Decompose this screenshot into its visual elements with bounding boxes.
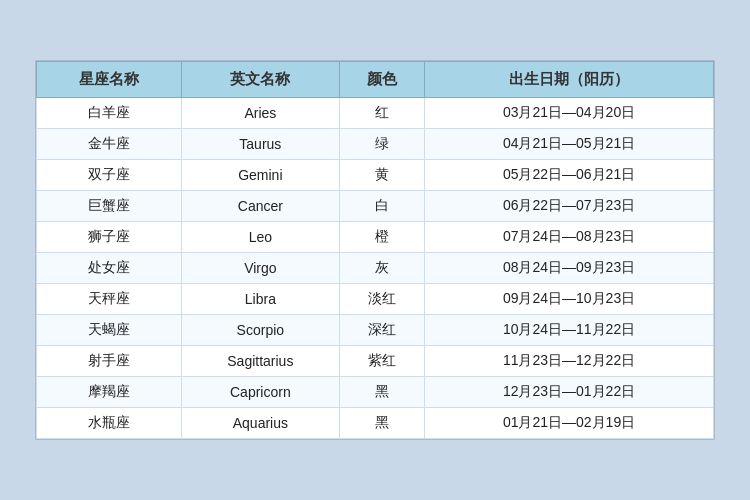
cell-color: 白: [339, 191, 425, 222]
cell-color: 黑: [339, 408, 425, 439]
cell-chinese-name: 水瓶座: [37, 408, 182, 439]
cell-dates: 07月24日—08月23日: [425, 222, 714, 253]
cell-dates: 09月24日—10月23日: [425, 284, 714, 315]
cell-chinese-name: 处女座: [37, 253, 182, 284]
cell-dates: 12月23日—01月22日: [425, 377, 714, 408]
cell-dates: 04月21日—05月21日: [425, 129, 714, 160]
cell-english-name: Taurus: [182, 129, 339, 160]
cell-dates: 08月24日—09月23日: [425, 253, 714, 284]
cell-color: 紫红: [339, 346, 425, 377]
cell-dates: 03月21日—04月20日: [425, 98, 714, 129]
table-row: 白羊座Aries红03月21日—04月20日: [37, 98, 714, 129]
cell-color: 黄: [339, 160, 425, 191]
cell-color: 橙: [339, 222, 425, 253]
table-header-row: 星座名称 英文名称 颜色 出生日期（阳历）: [37, 62, 714, 98]
header-chinese-name: 星座名称: [37, 62, 182, 98]
cell-english-name: Virgo: [182, 253, 339, 284]
table-row: 双子座Gemini黄05月22日—06月21日: [37, 160, 714, 191]
table-row: 射手座Sagittarius紫红11月23日—12月22日: [37, 346, 714, 377]
cell-chinese-name: 天蝎座: [37, 315, 182, 346]
cell-english-name: Libra: [182, 284, 339, 315]
cell-dates: 05月22日—06月21日: [425, 160, 714, 191]
header-color: 颜色: [339, 62, 425, 98]
cell-chinese-name: 摩羯座: [37, 377, 182, 408]
cell-english-name: Capricorn: [182, 377, 339, 408]
table-row: 天秤座Libra淡红09月24日—10月23日: [37, 284, 714, 315]
cell-chinese-name: 巨蟹座: [37, 191, 182, 222]
header-english-name: 英文名称: [182, 62, 339, 98]
zodiac-table: 星座名称 英文名称 颜色 出生日期（阳历） 白羊座Aries红03月21日—04…: [36, 61, 714, 439]
table-row: 狮子座Leo橙07月24日—08月23日: [37, 222, 714, 253]
table-body: 白羊座Aries红03月21日—04月20日金牛座Taurus绿04月21日—0…: [37, 98, 714, 439]
cell-chinese-name: 射手座: [37, 346, 182, 377]
zodiac-table-container: 星座名称 英文名称 颜色 出生日期（阳历） 白羊座Aries红03月21日—04…: [35, 60, 715, 440]
cell-english-name: Cancer: [182, 191, 339, 222]
cell-english-name: Leo: [182, 222, 339, 253]
cell-english-name: Sagittarius: [182, 346, 339, 377]
table-row: 水瓶座Aquarius黑01月21日—02月19日: [37, 408, 714, 439]
cell-english-name: Aries: [182, 98, 339, 129]
cell-chinese-name: 金牛座: [37, 129, 182, 160]
table-row: 摩羯座Capricorn黑12月23日—01月22日: [37, 377, 714, 408]
cell-english-name: Scorpio: [182, 315, 339, 346]
cell-chinese-name: 双子座: [37, 160, 182, 191]
cell-color: 绿: [339, 129, 425, 160]
cell-color: 深红: [339, 315, 425, 346]
table-row: 天蝎座Scorpio深红10月24日—11月22日: [37, 315, 714, 346]
cell-english-name: Aquarius: [182, 408, 339, 439]
cell-dates: 11月23日—12月22日: [425, 346, 714, 377]
cell-dates: 10月24日—11月22日: [425, 315, 714, 346]
cell-chinese-name: 狮子座: [37, 222, 182, 253]
cell-dates: 01月21日—02月19日: [425, 408, 714, 439]
table-row: 处女座Virgo灰08月24日—09月23日: [37, 253, 714, 284]
cell-color: 淡红: [339, 284, 425, 315]
cell-color: 黑: [339, 377, 425, 408]
cell-color: 红: [339, 98, 425, 129]
cell-color: 灰: [339, 253, 425, 284]
header-dates: 出生日期（阳历）: [425, 62, 714, 98]
cell-dates: 06月22日—07月23日: [425, 191, 714, 222]
cell-chinese-name: 白羊座: [37, 98, 182, 129]
cell-chinese-name: 天秤座: [37, 284, 182, 315]
table-row: 金牛座Taurus绿04月21日—05月21日: [37, 129, 714, 160]
cell-english-name: Gemini: [182, 160, 339, 191]
table-row: 巨蟹座Cancer白06月22日—07月23日: [37, 191, 714, 222]
